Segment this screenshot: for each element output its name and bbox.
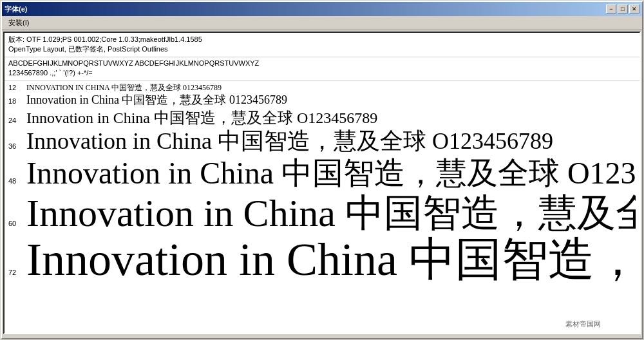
alphabet-bar: ABCDEFGHIJKLMNOPQRSTUVWXYZ ABCDEFGHlJKLM… — [5, 57, 639, 80]
size-label-48: 48 — [8, 178, 26, 185]
content-area: 版本: OTF 1.029;PS 001.002;Core 1.0.33;mak… — [3, 32, 641, 334]
maximize-button[interactable]: □ — [618, 5, 628, 14]
preview-text-36: Innovation in China 中国智造，慧及全球 O123456789 — [26, 128, 553, 155]
preview-text-24: Innovation in China 中国智造，慧及全球 O123456789 — [26, 109, 377, 128]
close-button[interactable]: ✕ — [629, 5, 639, 14]
size-label-12: 12 — [8, 84, 26, 91]
watermark: 素材帝国网 — [565, 319, 601, 329]
preview-text-60: Innovation in China 中国智造，慧及全球 — [26, 192, 636, 234]
alphabet-line1: ABCDEFGHIJKLMNOPQRSTUVWXYZ ABCDEFGHlJKLM… — [8, 59, 636, 68]
preview-text-12: INNOVATION IN CHINA 中国智造，慧及全球 0123456789 — [26, 83, 222, 92]
font-info-line1: 版本: OTF 1.029;PS 001.002;Core 1.0.33;mak… — [8, 35, 636, 44]
size-label-60: 60 — [8, 220, 26, 227]
preview-row-24: 24 Innovation in China 中国智造，慧及全球 O123456… — [8, 109, 636, 128]
preview-row-60: 60 Innovation in China 中国智造，慧及全球 — [8, 192, 636, 234]
title-bar: 字体(e) − □ ✕ — [2, 2, 642, 16]
preview-text-48: Innovation in China 中国智造，慧及全球 O12345678 — [26, 156, 636, 191]
font-info-line2: OpenType Layout, 已数字签名, PostScript Outli… — [8, 44, 636, 54]
preview-row-48: 48 Innovation in China 中国智造，慧及全球 O123456… — [8, 156, 636, 191]
preview-row-18: 18 Innovation in China 中国智造，慧及全球 0123456… — [8, 93, 636, 108]
size-label-72: 72 — [8, 269, 26, 276]
minimize-button[interactable]: − — [606, 5, 616, 14]
title-bar-buttons: − □ ✕ — [606, 5, 639, 14]
size-label-18: 18 — [8, 98, 26, 105]
menu-item-install[interactable]: 安装(I) — [5, 17, 33, 29]
main-window: 字体(e) − □ ✕ 安装(I) 版本: OTF 1.029;PS 001.0… — [1, 1, 643, 339]
font-info: 版本: OTF 1.029;PS 001.002;Core 1.0.33;mak… — [5, 33, 639, 57]
preview-row-36: 36 Innovation in China 中国智造，慧及全球 O123456… — [8, 128, 636, 155]
window-title: 字体(e) — [5, 5, 27, 14]
size-label-36: 36 — [8, 143, 26, 150]
alphabet-line2: 1234567890 .,;' ` '(!?) +-*/= — [8, 68, 636, 78]
preview-text-72: Innovation in China 中国智造，慧 — [26, 236, 636, 285]
preview-text-18: Innovation in China 中国智造，慧及全球 0123456789 — [26, 93, 287, 108]
menu-bar: 安装(I) — [2, 16, 642, 30]
preview-row-12: 12 INNOVATION IN CHINA 中国智造，慧及全球 0123456… — [8, 83, 636, 92]
preview-area: 12 INNOVATION IN CHINA 中国智造，慧及全球 0123456… — [5, 80, 639, 288]
size-label-24: 24 — [8, 117, 26, 124]
preview-row-72: 72 Innovation in China 中国智造，慧 — [8, 236, 636, 285]
